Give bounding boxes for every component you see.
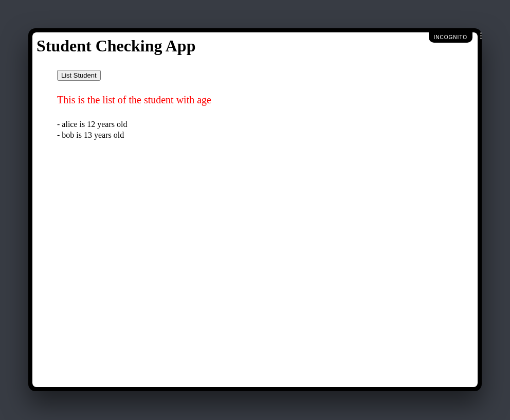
student-list-item: - alice is 12 years old bbox=[57, 119, 478, 130]
page-title: Student Checking App bbox=[32, 32, 478, 56]
student-list-item: - bob is 13 years old bbox=[57, 130, 478, 141]
page-content: INCOGNITO Student Checking App List Stud… bbox=[32, 32, 478, 387]
main-block: List Student This is the list of the stu… bbox=[57, 70, 478, 141]
student-list: - alice is 12 years old - bob is 13 year… bbox=[57, 119, 478, 141]
student-list-heading: This is the list of the student with age bbox=[57, 94, 478, 106]
browser-window-frame: INCOGNITO Student Checking App List Stud… bbox=[28, 28, 482, 391]
incognito-label: INCOGNITO bbox=[434, 34, 467, 40]
incognito-badge: INCOGNITO bbox=[429, 32, 472, 43]
list-student-button[interactable]: List Student bbox=[57, 70, 101, 81]
window-drag-handle-icon bbox=[479, 32, 482, 39]
